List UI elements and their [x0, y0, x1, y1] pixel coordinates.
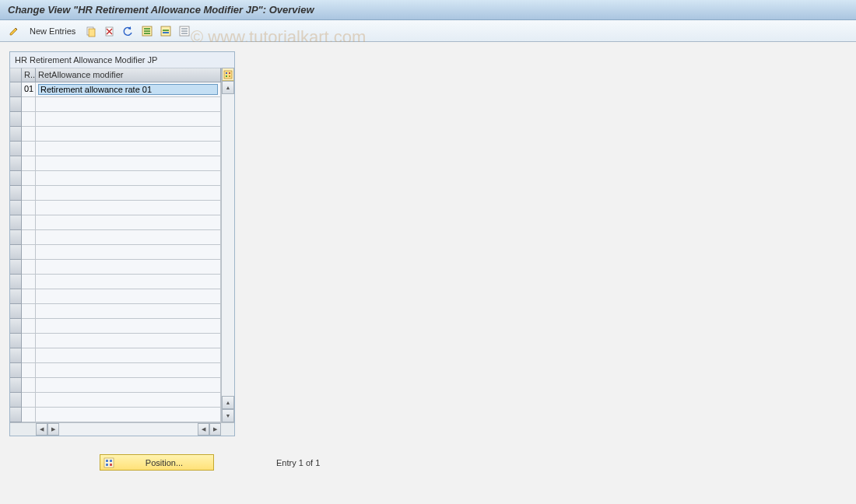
row-selector[interactable]	[10, 319, 22, 334]
cell-mod[interactable]	[36, 171, 221, 186]
row-selector[interactable]	[10, 171, 22, 186]
cell-mod[interactable]	[36, 215, 221, 230]
table-row[interactable]	[10, 201, 221, 215]
table-row[interactable]	[10, 348, 221, 363]
cell-r[interactable]	[22, 260, 36, 275]
cell-r[interactable]: 01	[22, 82, 36, 97]
cell-r[interactable]	[22, 171, 36, 186]
cell-mod[interactable]: Retirement allowance rate 01	[36, 82, 221, 97]
select-block-icon[interactable]	[158, 23, 174, 39]
table-row[interactable]	[10, 112, 221, 127]
scroll-down-icon[interactable]: ▼	[222, 409, 234, 422]
cell-mod[interactable]	[36, 304, 221, 319]
table-row[interactable]	[10, 275, 221, 289]
scroll-right2-icon[interactable]: ◀	[198, 423, 209, 436]
row-selector[interactable]	[10, 408, 22, 422]
cell-mod[interactable]	[36, 112, 221, 127]
cell-mod[interactable]	[36, 275, 221, 289]
position-button[interactable]: Position...	[100, 454, 214, 471]
cell-mod[interactable]	[36, 127, 221, 142]
row-selector[interactable]	[10, 230, 22, 245]
cell-r[interactable]	[22, 334, 36, 348]
table-row[interactable]	[10, 245, 221, 260]
row-selector[interactable]	[10, 201, 22, 215]
cell-r[interactable]	[22, 275, 36, 289]
row-selector[interactable]	[10, 97, 22, 112]
cell-mod[interactable]	[36, 348, 221, 363]
row-selector[interactable]	[10, 289, 22, 304]
table-row[interactable]	[10, 289, 221, 304]
cell-r[interactable]	[22, 156, 36, 171]
cell-r[interactable]	[22, 97, 36, 112]
table-row[interactable]	[10, 304, 221, 319]
row-selector[interactable]	[10, 156, 22, 171]
column-r-header[interactable]: R..	[22, 68, 36, 82]
copy-as-icon[interactable]	[83, 23, 99, 39]
cell-r[interactable]	[22, 112, 36, 127]
cell-mod[interactable]	[36, 319, 221, 334]
deselect-all-icon[interactable]	[177, 23, 192, 39]
row-selector[interactable]	[10, 142, 22, 156]
cell-mod[interactable]	[36, 186, 221, 201]
cell-r[interactable]	[22, 201, 36, 215]
table-row[interactable]	[10, 97, 221, 112]
scroll-left2-icon[interactable]: ▶	[47, 423, 59, 436]
vertical-scroll-track[interactable]	[222, 94, 234, 396]
horizontal-scroll-track[interactable]	[59, 423, 198, 436]
cell-r[interactable]	[22, 127, 36, 142]
row-selector[interactable]	[10, 215, 22, 230]
cell-r[interactable]	[22, 393, 36, 408]
cell-mod[interactable]	[36, 142, 221, 156]
table-row[interactable]	[10, 230, 221, 245]
column-selector-header[interactable]	[10, 68, 22, 82]
scroll-up-icon[interactable]: ▲	[222, 81, 234, 94]
cell-r[interactable]	[22, 408, 36, 422]
cell-mod[interactable]	[36, 156, 221, 171]
table-row[interactable]	[10, 142, 221, 156]
toggle-change-icon[interactable]	[6, 23, 22, 39]
row-selector[interactable]	[10, 112, 22, 127]
table-row[interactable]	[10, 363, 221, 378]
cell-mod[interactable]	[36, 334, 221, 348]
table-row[interactable]	[10, 186, 221, 201]
table-row[interactable]	[10, 127, 221, 142]
row-selector[interactable]	[10, 260, 22, 275]
cell-mod[interactable]	[36, 260, 221, 275]
table-row[interactable]	[10, 171, 221, 186]
column-mod-header[interactable]: RetAllowance modifier	[36, 68, 221, 82]
row-selector[interactable]	[10, 393, 22, 408]
cell-r[interactable]	[22, 230, 36, 245]
row-selector[interactable]	[10, 378, 22, 393]
cell-mod[interactable]	[36, 393, 221, 408]
table-row[interactable]	[10, 215, 221, 230]
cell-r[interactable]	[22, 186, 36, 201]
row-selector[interactable]	[10, 363, 22, 378]
scroll-left-icon[interactable]: ◀	[36, 423, 47, 436]
cell-r[interactable]	[22, 363, 36, 378]
table-row[interactable]	[10, 260, 221, 275]
table-row[interactable]	[10, 319, 221, 334]
table-row[interactable]	[10, 378, 221, 393]
row-selector[interactable]	[10, 275, 22, 289]
row-selector[interactable]	[10, 245, 22, 260]
cell-mod[interactable]	[36, 201, 221, 215]
scroll-down-top-icon[interactable]: ▲	[222, 396, 234, 409]
row-selector[interactable]	[10, 348, 22, 363]
cell-r[interactable]	[22, 245, 36, 260]
table-row[interactable]	[10, 334, 221, 348]
table-row[interactable]: 01Retirement allowance rate 01	[10, 82, 221, 97]
cell-r[interactable]	[22, 289, 36, 304]
row-selector[interactable]	[10, 186, 22, 201]
cell-mod[interactable]	[36, 289, 221, 304]
cell-mod[interactable]	[36, 408, 221, 422]
row-selector[interactable]	[10, 127, 22, 142]
new-entries-button[interactable]: New Entries	[25, 25, 80, 37]
row-selector[interactable]	[10, 82, 22, 97]
cell-r[interactable]	[22, 215, 36, 230]
cell-r[interactable]	[22, 348, 36, 363]
cell-r[interactable]	[22, 142, 36, 156]
cell-r[interactable]	[22, 304, 36, 319]
table-row[interactable]	[10, 408, 221, 422]
scroll-right-icon[interactable]: ▶	[209, 423, 221, 436]
cell-r[interactable]	[22, 378, 36, 393]
